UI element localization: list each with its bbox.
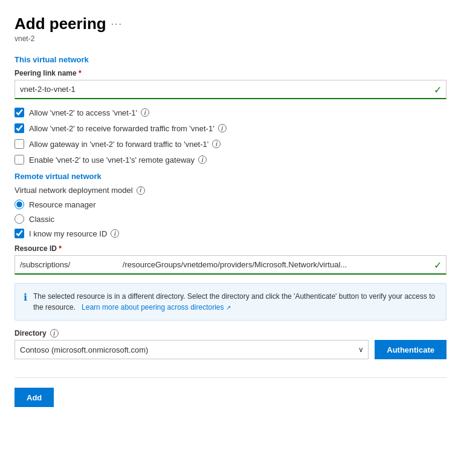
classic-radio[interactable] [15,214,24,224]
know-resource-id-label: I know my resource ID i [29,229,119,238]
checkbox2-info-icon[interactable]: i [218,124,227,132]
checkbox3-row: Allow gateway in 'vnet-2' to forward tra… [15,139,446,149]
peering-link-name-input[interactable] [15,80,446,99]
subtitle: vnet-2 [15,34,446,43]
this-virtual-network-section: This virtual network Peering link name ✓… [15,55,446,165]
classic-label: Classic [29,215,54,224]
checkbox2-row: Allow 'vnet-2' to receive forwarded traf… [15,123,446,133]
info-box-text: The selected resource is in a different … [33,291,437,313]
page-title-text: Add peering [15,15,106,33]
add-button[interactable]: Add [15,388,54,407]
know-resource-id-row: I know my resource ID i [15,229,446,238]
info-box: ℹ The selected resource is in a differen… [15,283,446,321]
this-vnet-title: This virtual network [15,55,446,64]
radio-classic-row: Classic [15,214,446,224]
remote-vnet-title: Remote virtual network [15,172,446,181]
checkbox2-label: Allow 'vnet-2' to receive forwarded traf… [29,124,227,133]
checkbox1-info-icon[interactable]: i [141,108,149,117]
allow-access-checkbox[interactable] [15,108,24,117]
directory-select[interactable]: Contoso (microsoft.onmicrosoft.com) [15,340,369,359]
checkbox4-info-icon[interactable]: i [198,155,207,164]
allow-gateway-forward-checkbox[interactable] [15,139,24,149]
remote-virtual-network-section: Remote virtual network Virtual network d… [15,172,446,275]
resource-id-valid-icon: ✓ [434,259,442,271]
resource-manager-radio[interactable] [15,200,24,209]
deployment-model-label: Virtual network deployment model i [15,186,446,195]
directory-info-icon[interactable]: i [50,329,59,337]
peering-link-valid-icon: ✓ [434,84,442,96]
learn-more-link[interactable]: Learn more about peering across director… [80,303,231,311]
checkbox4-row: Enable 'vnet-2' to use 'vnet-1's' remote… [15,155,446,165]
deployment-model-info-icon[interactable]: i [137,186,145,195]
directory-select-wrapper: Contoso (microsoft.onmicrosoft.com) ∨ [15,340,369,359]
directory-label: Directory i [15,329,446,337]
radio-resource-manager-row: Resource manager [15,200,446,209]
allow-forwarded-checkbox[interactable] [15,123,24,133]
peering-link-name-label: Peering link name [15,69,446,77]
know-resource-id-checkbox[interactable] [15,229,24,238]
resource-id-input[interactable] [15,255,446,275]
bottom-bar: Add [15,377,446,407]
page-header: Add peering ··· vnet-2 [15,15,446,43]
checkbox1-row: Allow 'vnet-2' to access 'vnet-1' i [15,108,446,117]
resource-id-label: Resource ID [15,244,446,253]
ellipsis-icon: ··· [111,19,123,30]
know-resource-id-info-icon[interactable]: i [111,229,119,238]
directory-section: Directory i Contoso (microsoft.onmicroso… [15,329,446,359]
checkbox4-label: Enable 'vnet-2' to use 'vnet-1's' remote… [29,155,207,165]
checkbox3-label: Allow gateway in 'vnet-2' to forward tra… [29,140,221,149]
authenticate-button[interactable]: Authenticate [375,340,446,359]
directory-row: Contoso (microsoft.onmicrosoft.com) ∨ Au… [15,340,446,359]
resource-manager-label: Resource manager [29,200,96,209]
checkbox3-info-icon[interactable]: i [212,140,221,148]
enable-remote-gateway-checkbox[interactable] [15,155,24,165]
info-box-icon: ℹ [24,292,27,303]
checkbox1-label: Allow 'vnet-2' to access 'vnet-1' i [29,108,149,117]
